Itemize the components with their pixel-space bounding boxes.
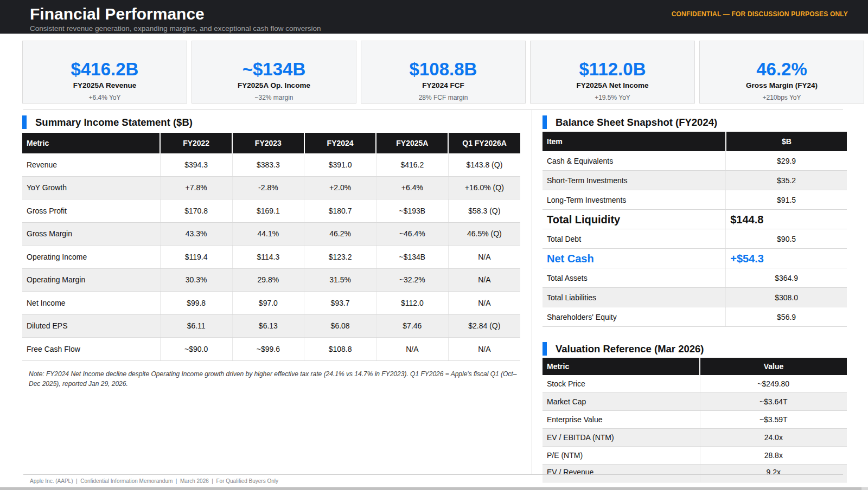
table-cell: Diluted EPS	[22, 314, 160, 338]
table-row: Cash & Equivalents$29.9	[542, 151, 847, 171]
table-cell: P/E (NTM)	[542, 447, 700, 465]
table-cell: $169.1	[232, 199, 304, 223]
table-cell: 29.8%	[232, 268, 304, 292]
table-cell: Total Debt	[542, 229, 726, 249]
content-columns: Summary Income Statement ($B) MetricFY20…	[22, 110, 868, 474]
table-cell: Total Liabilities	[542, 288, 726, 307]
table-cell: $364.9	[726, 268, 847, 288]
table-cell: 46.2%	[304, 222, 376, 246]
kpi-value: 46.2%	[700, 60, 864, 78]
kpi-row: $416.2B FY2025A Revenue +6.4% YoY ~$134B…	[22, 41, 864, 104]
table-cell: ~$249.80	[700, 375, 847, 393]
table-cell: Gross Margin	[22, 222, 160, 246]
valuation-header-row: MetricValue	[542, 358, 847, 375]
table-cell: 24.0x	[700, 429, 847, 447]
column-header: FY2024	[304, 133, 376, 153]
income-statement-column: Summary Income Statement ($B) MetricFY20…	[22, 110, 532, 474]
confidential-banner: CONFIDENTIAL — FOR DISCUSSION PURPOSES O…	[672, 10, 848, 34]
table-cell: $108.8	[304, 338, 376, 361]
table-row: Long-Term Investments$91.5	[542, 190, 847, 210]
horizontal-scrollbar	[0, 487, 868, 490]
kpi-label: FY2025A Revenue	[23, 81, 187, 90]
table-cell: EV / Revenue	[542, 465, 700, 482]
table-cell: Long-Term Investments	[542, 190, 726, 210]
table-cell: $56.9	[726, 307, 847, 327]
table-cell: N/A	[448, 338, 520, 361]
table-row: Stock Price~$249.80	[542, 375, 847, 393]
table-cell: +2.0%	[304, 176, 376, 199]
table-cell: $6.11	[160, 314, 232, 338]
section-title: Summary Income Statement ($B)	[35, 117, 193, 128]
table-cell: $383.3	[232, 153, 304, 176]
right-column: Balance Sheet Snapshot (FY2024) Item$B C…	[532, 110, 847, 474]
table-cell: $416.2	[376, 153, 448, 176]
valuation-table: MetricValue Stock Price~$249.80Market Ca…	[542, 358, 847, 482]
section-accent-bar	[22, 115, 27, 129]
table-cell: 46.5% (Q)	[448, 222, 520, 246]
income-header-row: MetricFY2022FY2023FY2024FY2025AQ1 FY2026…	[22, 133, 520, 153]
table-cell: $114.3	[232, 246, 304, 269]
table-cell: N/A	[448, 292, 520, 315]
table-cell: N/A	[376, 338, 448, 361]
kpi-card-revenue: $416.2B FY2025A Revenue +6.4% YoY	[22, 41, 187, 104]
table-cell: +16.0% (Q)	[448, 176, 520, 199]
table-cell: Revenue	[22, 153, 160, 176]
table-cell: Short-Term Investments	[542, 171, 726, 190]
table-cell: $394.3	[160, 153, 232, 176]
table-cell: $6.08	[304, 314, 376, 338]
table-cell: Operating Margin	[22, 268, 160, 292]
table-cell: ~$3.64T	[700, 393, 847, 411]
section-title: Balance Sheet Snapshot (FY2024)	[556, 117, 717, 128]
table-cell: Free Cash Flow	[22, 338, 160, 361]
horizontal-scrollbar-thumb[interactable]	[0, 487, 861, 490]
kpi-card-op-income: ~$134B FY2025A Op. Income ~32% margin	[192, 41, 356, 104]
page-title: Financial Performance	[30, 4, 321, 23]
table-cell: $99.8	[160, 292, 232, 315]
table-row: YoY Growth+7.8%-2.8%+2.0%+6.4%+16.0% (Q)	[22, 176, 520, 199]
table-cell: N/A	[448, 268, 520, 292]
column-header: FY2023	[232, 133, 304, 153]
table-cell: ~$134B	[376, 246, 448, 269]
section-accent-bar	[542, 342, 547, 356]
kpi-label: FY2025A Op. Income	[192, 81, 356, 90]
kpi-label: FY2024 FCF	[361, 81, 525, 90]
column-header: Metric	[22, 133, 160, 153]
table-cell: Total Liquidity	[542, 210, 726, 229]
table-row: Shareholders' Equity$56.9	[542, 307, 847, 327]
column-header: Value	[700, 358, 847, 375]
kpi-value: $416.2B	[23, 60, 187, 78]
table-cell: $143.8 (Q)	[448, 153, 520, 176]
table-cell: $112.0	[376, 292, 448, 315]
kpi-card-gross-margin: 46.2% Gross Margin (FY24) +210bps YoY	[699, 41, 864, 104]
table-cell: 30.3%	[160, 268, 232, 292]
table-row: Total Debt$90.5	[542, 229, 847, 249]
table-cell: 28.8x	[700, 447, 847, 465]
page-header: Financial Performance Consistent revenue…	[0, 0, 868, 34]
table-cell: Net Income	[22, 292, 160, 315]
table-row: Diluted EPS$6.11$6.13$6.08$7.46$2.84 (Q)	[22, 314, 520, 338]
table-row: EV / Revenue9.2x	[542, 465, 847, 482]
table-row: Free Cash Flow~$90.0~$99.6$108.8N/AN/A	[22, 338, 520, 361]
table-cell: Cash & Equivalents	[542, 151, 726, 171]
table-row: Enterprise Value~$3.59T	[542, 411, 847, 429]
section-accent-bar	[542, 115, 547, 129]
table-cell: 9.2x	[700, 465, 847, 482]
table-cell: +6.4%	[376, 176, 448, 199]
table-cell: $2.84 (Q)	[448, 314, 520, 338]
table-cell: 44.1%	[232, 222, 304, 246]
kpi-value: ~$134B	[192, 60, 356, 78]
table-row: Total Liabilities$308.0	[542, 288, 847, 307]
column-header: FY2025A	[376, 133, 448, 153]
page-subtitle: Consistent revenue generation, expanding…	[30, 24, 321, 33]
table-cell: $93.7	[304, 292, 376, 315]
table-cell: ~$3.59T	[700, 411, 847, 429]
footer-text: Apple Inc. (AAPL) | Confidential Informa…	[30, 478, 278, 485]
income-statement-note: Note: FY2024 Net Income decline despite …	[29, 369, 517, 389]
kpi-card-net-income: $112.0B FY2025A Net Income +19.5% YoY	[530, 41, 695, 104]
table-cell: Net Cash	[542, 249, 726, 268]
table-row: Total Assets$364.9	[542, 268, 847, 288]
table-row: Gross Profit$170.8$169.1$180.7~$193B$58.…	[22, 199, 520, 223]
kpi-sub: +19.5% YoY	[531, 94, 694, 101]
balance-header-row: Item$B	[542, 132, 847, 151]
kpi-label: FY2025A Net Income	[531, 81, 694, 90]
